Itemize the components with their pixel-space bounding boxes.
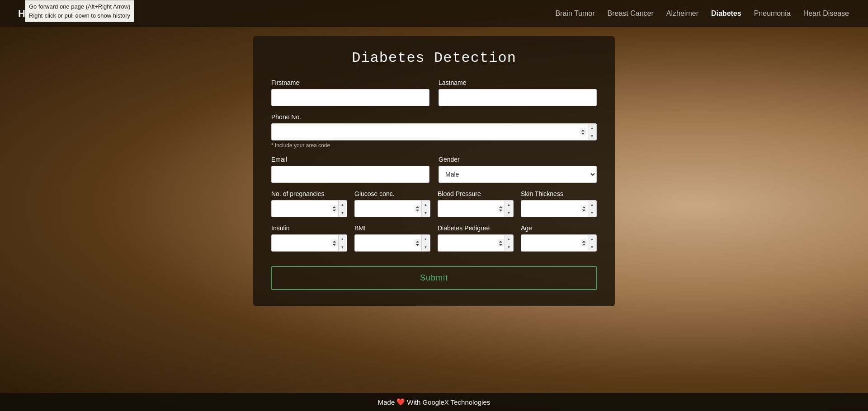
st-down[interactable]: ▼ — [588, 209, 596, 217]
age-spinner: ▲ ▼ — [588, 235, 596, 251]
email-label: Email — [271, 156, 429, 163]
pregnancies-label: No. of pregnancies — [271, 190, 347, 197]
gender-label: Gender — [439, 156, 597, 163]
firstname-input[interactable] — [271, 89, 429, 106]
phone-wrapper: ▲ ▼ — [271, 123, 597, 140]
skin-thickness-input[interactable] — [521, 200, 597, 217]
nav-diabetes[interactable]: Diabetes — [710, 8, 742, 19]
bmi-wrapper: ▲ ▼ — [354, 234, 430, 252]
email-group: Email — [271, 156, 429, 183]
glucose-down[interactable]: ▼ — [422, 209, 429, 217]
age-up[interactable]: ▲ — [588, 235, 596, 243]
age-down[interactable]: ▼ — [588, 243, 596, 251]
nav-alzheimer[interactable]: Alzheimer — [665, 8, 699, 19]
form-title: Diabetes Detection — [271, 50, 597, 66]
row-phone: Phone No. ▲ ▼ * Include your area code — [271, 113, 597, 149]
phone-down[interactable]: ▼ — [588, 132, 596, 140]
glucose-spinner: ▲ ▼ — [421, 201, 429, 217]
age-group: Age ▲ ▼ — [521, 224, 597, 252]
diabetes-pedigree-group: Diabetes Pedigree ▲ ▼ — [438, 224, 514, 252]
footer: Made ❤️ With GoogleX Technologies — [0, 393, 868, 411]
phone-hint: * Include your area code — [271, 142, 597, 149]
blood-pressure-input[interactable] — [438, 200, 514, 217]
dp-down[interactable]: ▼ — [505, 243, 513, 251]
footer-text-after: With GoogleX Technologies — [407, 398, 490, 406]
skin-thickness-wrapper: ▲ ▼ — [521, 200, 597, 217]
bmi-spinner: ▲ ▼ — [421, 235, 429, 251]
diabetes-pedigree-wrapper: ▲ ▼ — [438, 234, 514, 252]
phone-input[interactable] — [271, 123, 597, 140]
insulin-down[interactable]: ▼ — [339, 243, 346, 251]
glucose-wrapper: ▲ ▼ — [354, 200, 430, 217]
blood-pressure-group: Blood Pressure ▲ ▼ — [438, 190, 514, 217]
age-wrapper: ▲ ▼ — [521, 234, 597, 252]
lastname-label: Lastname — [439, 79, 597, 86]
bmi-input[interactable] — [354, 234, 430, 252]
glucose-label: Glucose conc. — [354, 190, 430, 197]
lastname-group: Lastname — [439, 79, 597, 106]
nav-pneumonia[interactable]: Pneumonia — [753, 8, 792, 19]
row-medical-1: No. of pregnancies ▲ ▼ Glucose conc. ▲ ▼ — [271, 190, 597, 217]
browser-tooltip: Go forward one page (Alt+Right Arrow) Ri… — [25, 0, 134, 22]
nav-heart-disease[interactable]: Heart Disease — [802, 8, 850, 19]
nav-brain-tumor[interactable]: Brain Tumor — [554, 8, 595, 19]
diabetes-pedigree-input[interactable] — [438, 234, 514, 252]
dp-spinner: ▲ ▼ — [505, 235, 513, 251]
submit-button[interactable]: Submit — [271, 266, 597, 290]
bmi-label: BMI — [354, 224, 430, 232]
email-input[interactable] — [271, 166, 429, 183]
insulin-group: Insulin ▲ ▼ — [271, 224, 347, 252]
glucose-up[interactable]: ▲ — [422, 201, 429, 209]
firstname-group: Firstname — [271, 79, 429, 106]
insulin-label: Insulin — [271, 224, 347, 232]
nav-breast-cancer[interactable]: Breast Cancer — [607, 8, 655, 19]
insulin-up[interactable]: ▲ — [339, 235, 346, 243]
glucose-group: Glucose conc. ▲ ▼ — [354, 190, 430, 217]
row-medical-2: Insulin ▲ ▼ BMI ▲ ▼ — [271, 224, 597, 252]
phone-spinner: ▲ ▼ — [588, 124, 596, 140]
phone-up[interactable]: ▲ — [588, 124, 596, 132]
gender-select[interactable]: Male Female — [439, 166, 597, 183]
bmi-up[interactable]: ▲ — [422, 235, 429, 243]
footer-text-before: Made — [378, 398, 395, 406]
skin-thickness-group: Skin Thickness ▲ ▼ — [521, 190, 597, 217]
main-content: Diabetes Detection Firstname Lastname Ph… — [0, 27, 868, 393]
phone-label: Phone No. — [271, 113, 597, 121]
blood-pressure-label: Blood Pressure — [438, 190, 514, 197]
nav-links: Brain Tumor Breast Cancer Alzheimer Diab… — [554, 9, 850, 18]
skin-thickness-spinner: ▲ ▼ — [588, 201, 596, 217]
blood-pressure-wrapper: ▲ ▼ — [438, 200, 514, 217]
pregnancies-wrapper: ▲ ▼ — [271, 200, 347, 217]
bp-down[interactable]: ▼ — [505, 209, 513, 217]
row-name: Firstname Lastname — [271, 79, 597, 106]
lastname-input[interactable] — [439, 89, 597, 106]
insulin-wrapper: ▲ ▼ — [271, 234, 347, 252]
pregnancies-group: No. of pregnancies ▲ ▼ — [271, 190, 347, 217]
phone-group: Phone No. ▲ ▼ * Include your area code — [271, 113, 597, 149]
gender-group: Gender Male Female — [439, 156, 597, 183]
bmi-down[interactable]: ▼ — [422, 243, 429, 251]
age-label: Age — [521, 224, 597, 232]
pregnancies-up[interactable]: ▲ — [339, 201, 346, 209]
insulin-spinner: ▲ ▼ — [338, 235, 346, 251]
bmi-group: BMI ▲ ▼ — [354, 224, 430, 252]
dp-up[interactable]: ▲ — [505, 235, 513, 243]
glucose-input[interactable] — [354, 200, 430, 217]
age-input[interactable] — [521, 234, 597, 252]
pregnancies-spinner: ▲ ▼ — [338, 201, 346, 217]
pregnancies-down[interactable]: ▼ — [339, 209, 346, 217]
skin-thickness-label: Skin Thickness — [521, 190, 597, 197]
row-email-gender: Email Gender Male Female — [271, 156, 597, 183]
bp-up[interactable]: ▲ — [505, 201, 513, 209]
blood-pressure-spinner: ▲ ▼ — [505, 201, 513, 217]
st-up[interactable]: ▲ — [588, 201, 596, 209]
form-card: Diabetes Detection Firstname Lastname Ph… — [253, 36, 615, 306]
heart-icon: ❤️ — [396, 398, 405, 406]
insulin-input[interactable] — [271, 234, 347, 252]
diabetes-pedigree-label: Diabetes Pedigree — [438, 224, 514, 232]
firstname-label: Firstname — [271, 79, 429, 86]
pregnancies-input[interactable] — [271, 200, 347, 217]
